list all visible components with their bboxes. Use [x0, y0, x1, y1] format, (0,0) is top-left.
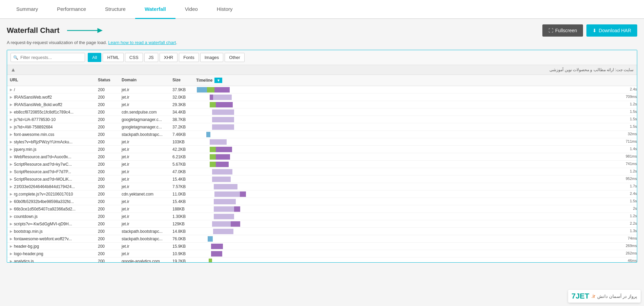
cell-timeline: 711ms — [193, 139, 637, 145]
bar-container — [209, 259, 212, 263]
bar-container — [211, 251, 222, 257]
table-row[interactable]: ▶ScriptResource.axd?d=ky7wC...200jet.ir5… — [7, 161, 637, 168]
row-expand-icon[interactable]: ▶ — [10, 88, 13, 91]
row-expand-icon[interactable]: ▶ — [10, 132, 13, 136]
learn-link[interactable]: Learn how to read a waterfall chart — [108, 40, 176, 45]
tab-performance[interactable]: Performance — [47, 0, 96, 19]
filter-images[interactable]: Images — [200, 53, 224, 62]
cell-domain: cdn.sendpulse.com — [119, 109, 170, 115]
table-row[interactable]: ▶IRANSansWeb.woff2200jet.ir32.0KB709ms — [7, 94, 637, 101]
table-row[interactable]: ▶js?id=AW-758892684200googletagmanager.c… — [7, 123, 637, 131]
timeline-dropdown[interactable]: ▼ — [214, 78, 222, 83]
bar-container — [210, 139, 227, 145]
table-row[interactable]: ▶jquery.min.js200jet.ir42.2KB1.4s — [7, 146, 637, 153]
cell-timeline: 46ms — [193, 258, 637, 263]
table-row[interactable]: ▶header-bg.jpg200jet.ir15.9KB269ms — [7, 243, 637, 250]
table-row[interactable]: ▶rg.complete.js?v=202106017010200cdn.yek… — [7, 190, 637, 198]
url-text: WebResource.axd?d=Auoo9x... — [14, 155, 71, 159]
row-expand-icon[interactable]: ▶ — [10, 95, 13, 99]
filter-xhr[interactable]: XHR — [160, 53, 178, 62]
row-expand-icon[interactable]: ▶ — [10, 207, 13, 211]
table-row[interactable]: ▶IRANSansWeb_Bold.woff2200jet.ir29.3KB1.… — [7, 101, 637, 108]
table-row[interactable]: ▶js?id=UA-87778530-10200googletagmanager… — [7, 116, 637, 123]
table-row[interactable]: ▶bootstrap.min.js200stackpath.bootstrapc… — [7, 228, 637, 235]
bar-segment — [212, 124, 234, 130]
bar-segment — [212, 169, 232, 175]
cell-size: 14.8KB — [170, 228, 193, 234]
filter-js[interactable]: JS — [144, 53, 158, 62]
table-row[interactable]: ▶scripts?v=-KwSdGgMVI-qD9H...200jet.ir12… — [7, 220, 637, 228]
bar-segment — [211, 251, 222, 257]
fullscreen-button[interactable]: ⛶ Fullscreen — [542, 24, 583, 37]
tab-video[interactable]: Video — [175, 0, 207, 19]
row-expand-icon[interactable]: ▶ — [10, 155, 13, 159]
row-expand-icon[interactable]: ▶ — [10, 229, 13, 233]
table-row[interactable]: ▶21f033e02646464b844d179424...200jet.ir7… — [7, 183, 637, 190]
filter-css[interactable]: CSS — [125, 53, 143, 62]
filter-html[interactable]: HTML — [103, 53, 123, 62]
row-expand-icon[interactable]: ▶ — [10, 177, 13, 181]
cell-url: ▶WebResource.axd?d=Auoo9x... — [7, 154, 95, 160]
cell-timeline: 1.2s — [193, 213, 637, 220]
bar-container — [210, 95, 232, 100]
table-row[interactable]: ▶WebResource.axd?d=Auoo9x...200jet.ir6.2… — [7, 153, 637, 161]
bar-label: 1.5s — [630, 124, 637, 128]
table-row[interactable]: ▶60b0fb52932b4be98598a332fd...200jet.ir1… — [7, 198, 637, 205]
tab-summary[interactable]: Summary — [7, 0, 47, 19]
row-expand-icon[interactable]: ▶ — [10, 125, 13, 129]
row-expand-icon[interactable]: ▶ — [10, 222, 13, 226]
table-row[interactable]: ▶eb8ccf8720855c1fc8df1c789c4...200cdn.se… — [7, 108, 637, 116]
bar-container — [197, 87, 230, 93]
table-row[interactable]: ▶ScriptResource.axd?d=F7d7P...200jet.ir4… — [7, 168, 637, 176]
table-row[interactable]: ▶styles?v=bRjzPWzyYUrmAcku...200jet.ir10… — [7, 138, 637, 146]
download-har-button[interactable]: ⬇ Download HAR — [586, 24, 637, 37]
cell-size: 37.9KB — [170, 87, 193, 93]
bar-label: 269ms — [626, 244, 637, 248]
url-text: ScriptResource.axd?d=ky7wC... — [14, 162, 72, 167]
filter-fonts[interactable]: Fonts — [179, 53, 199, 62]
row-expand-icon[interactable]: ▶ — [10, 215, 13, 218]
tab-waterfall[interactable]: Waterfall — [135, 0, 175, 19]
table-row[interactable]: ▶font-awesome.min.css200stackpath.bootst… — [7, 131, 637, 138]
bar-label: 262ms — [626, 251, 637, 255]
bar-segment — [231, 221, 240, 227]
cell-domain: cdn.yektanet.com — [119, 191, 170, 197]
cell-url: ▶IRANSansWeb.woff2 — [7, 94, 95, 100]
url-text: js?id=UA-87778530-10 — [14, 117, 56, 122]
table-row[interactable]: ▶fontawesome-webfont.woff2?v...200stackp… — [7, 235, 637, 243]
tab-structure[interactable]: Structure — [96, 0, 135, 19]
row-expand-icon[interactable]: ▶ — [10, 244, 13, 248]
bar-segment — [212, 221, 231, 227]
row-expand-icon[interactable]: ▶ — [10, 170, 13, 174]
row-expand-icon[interactable]: ▶ — [10, 118, 13, 121]
cell-status: 200 — [95, 131, 119, 138]
cell-domain: jet.ir — [119, 169, 170, 175]
url-text: font-awesome.min.css — [14, 132, 54, 137]
row-expand-icon[interactable]: ▶ — [10, 237, 13, 241]
row-expand-icon[interactable]: ▶ — [10, 192, 13, 196]
row-expand-icon[interactable]: ▶ — [10, 162, 13, 166]
row-expand-icon[interactable]: ▶ — [10, 259, 13, 262]
row-expand-icon[interactable]: ▶ — [10, 252, 13, 256]
url-text: 21f033e02646464b844d179424... — [14, 184, 75, 189]
cell-url: ▶rg.complete.js?v=202106017010 — [7, 191, 95, 197]
bar-container — [214, 191, 246, 197]
row-expand-icon[interactable]: ▶ — [10, 147, 13, 151]
row-expand-icon[interactable]: ▶ — [10, 185, 13, 188]
table-row[interactable]: ▶logo-header.png200jet.ir10.9KB262ms — [7, 250, 637, 258]
row-expand-icon[interactable]: ▶ — [10, 140, 13, 144]
table-row[interactable]: ▶/200jet.ir37.9KB2.4s — [7, 86, 637, 94]
row-expand-icon[interactable]: ▶ — [10, 110, 13, 114]
table-row[interactable]: ▶66b3ce1d50d5407ca92366a5d2...200jet.ir1… — [7, 205, 637, 213]
table-row[interactable]: ▶analytics.js200google-analytics.com19.2… — [7, 258, 637, 262]
row-expand-icon[interactable]: ▶ — [10, 103, 13, 106]
table-row[interactable]: ▶ScriptResource.axd?d=MOLiK...200jet.ir1… — [7, 176, 637, 183]
tab-history[interactable]: History — [207, 0, 242, 19]
table-row[interactable]: ▶countdown.js200jet.ir1.30KB1.2s — [7, 213, 637, 220]
filter-all[interactable]: All — [88, 53, 101, 62]
row-expand-icon[interactable]: ▶ — [10, 200, 13, 203]
filter-other[interactable]: Other — [225, 53, 245, 62]
bar-segment — [208, 236, 213, 242]
search-input[interactable] — [11, 53, 85, 62]
fullscreen-icon: ⛶ — [548, 28, 553, 33]
